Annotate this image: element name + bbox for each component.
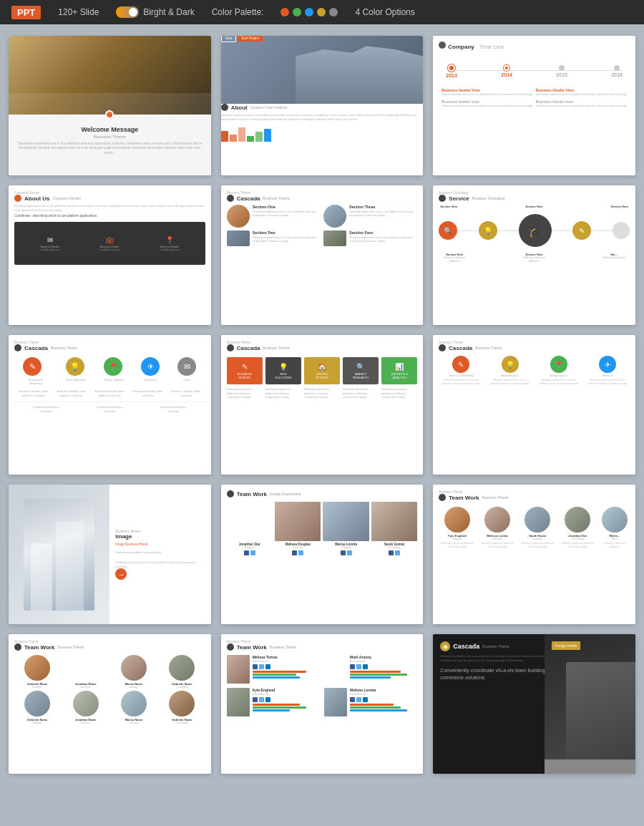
slide-4-coordinate: Coordinate - describing which to use pla… xyxy=(14,214,205,218)
slide-7-label4: Research xyxy=(141,378,160,382)
slide-10[interactable]: Business Brand Image Image Business Bran… xyxy=(9,485,211,624)
slide-4-dark: ✉ Business Headeremail@comp.com 💼 Busine… xyxy=(14,222,205,265)
slide-8-icon xyxy=(227,344,234,351)
slide-9-lbl4: Research xyxy=(585,374,630,377)
slide-12-body4: Holisticly implement platforms schemas s… xyxy=(560,542,596,548)
slide-14[interactable]: Business Theme Team Work Business Theme … xyxy=(221,634,424,774)
slide-12-col5: Miche... Other Holisticly implement plat… xyxy=(600,507,630,548)
slide-12-role2: Solutions xyxy=(479,538,515,540)
slide-5-grid: Section One Holisticly implement one-to-… xyxy=(227,205,418,246)
slide-3-timeline: 2013 2014 2015 2016 xyxy=(439,64,630,78)
theme-toggle-area[interactable]: Birght & Dark xyxy=(116,6,194,18)
slide-1-title: Welcome Message xyxy=(16,126,204,133)
slide-12[interactable]: Business Theme Team Work Business Theme … xyxy=(433,485,635,624)
slide-8-card5-label: REPORTS &ANALYSIS xyxy=(391,372,408,379)
slide-8-card1: ✎ BUSINESSHEADER xyxy=(227,357,263,384)
slide-10-subtitle: Image Business Brand xyxy=(115,543,205,546)
slide-13-photo3 xyxy=(121,655,147,681)
slide-9-circle2: 💡 xyxy=(502,356,519,373)
slide-11-title: Team Work xyxy=(237,491,267,497)
slide-5[interactable]: Business Theme Cascada Business Theme Se… xyxy=(221,185,424,325)
cascada-title-3: Section Three xyxy=(349,205,417,209)
slide-11-social2 xyxy=(275,550,321,555)
service-circle-center: 🎓 xyxy=(519,214,552,247)
slide-12-row: Fyer England Designer Holisticly impleme… xyxy=(439,507,630,548)
dot-orange xyxy=(280,8,289,16)
slide-11-social4 xyxy=(371,550,417,555)
slide-3-header: Company Time Line xyxy=(439,42,630,50)
slide-5-icon xyxy=(227,195,234,202)
slide-13-icon xyxy=(14,643,21,651)
slide-14-info4: Melissa Loretta Informations xyxy=(350,688,417,716)
dot-green xyxy=(293,8,301,16)
slide-11[interactable]: Team Work Design Department Jonathan Sta… xyxy=(221,485,424,624)
color-palette-label: Color Palette: xyxy=(212,7,264,17)
slide-7-circle1: ✎ xyxy=(23,357,42,376)
slide-5-title: Cascada xyxy=(237,195,260,202)
slide-8-bodies: Holisticly implement platforms schemas c… xyxy=(227,387,418,399)
slide-14-li1 xyxy=(265,664,270,669)
cascada-title-1: Section One xyxy=(253,205,321,209)
slide-14-role2: Informations xyxy=(350,659,417,663)
slide-3[interactable]: Company Time Line 2013 2014 2015 xyxy=(433,36,635,175)
slide-14-fb4 xyxy=(350,697,355,702)
slide-4[interactable]: Company Service About Us Company Service… xyxy=(9,185,211,325)
slide-11-social1 xyxy=(227,550,273,555)
slide-9-subtitle: Business Theme xyxy=(475,346,502,350)
slide-5-subtitle: Business Theme xyxy=(263,196,290,200)
slide-13-role2: Solutions xyxy=(62,686,108,689)
slide-1[interactable]: Welcome Message Business Theme Seamlessl… xyxy=(9,36,211,175)
slide-8-card2: 💡 NEWSOLUTIONS xyxy=(265,357,301,384)
slide-6-circles: 🔍 💡 🎓 ✎ xyxy=(439,214,630,247)
slide-15[interactable]: ◉ Cascada Business Theme Holisticly impl… xyxy=(433,634,635,774)
slide-7[interactable]: Business Theme Cascada Business Theme ✎ … xyxy=(9,335,211,475)
service-line-1 xyxy=(457,230,479,231)
slide-14-icon xyxy=(227,643,234,651)
slide-14-profile2: Mark Antony Informations xyxy=(324,655,417,684)
slide-11-member2: Melissa Douglas Solutions xyxy=(275,502,321,555)
slide-5-header: Cascada Business Theme xyxy=(227,195,418,202)
slide-12-title: Team Work xyxy=(449,495,479,501)
slide-8-card4-icon: 🔍 xyxy=(356,363,365,371)
slide-8-subtitle: Business Theme xyxy=(263,346,290,350)
slide-14-bar2c xyxy=(350,676,391,679)
slide-11-photo1 xyxy=(227,502,273,541)
slide-13[interactable]: Business Theme Team Work Business Theme … xyxy=(9,634,211,774)
slide-14-tw1 xyxy=(259,664,264,669)
slide-13-photo1 xyxy=(24,655,50,681)
slide-13-item5: Gabrielo Name Designer xyxy=(14,691,60,724)
slide-7-circle3: 📍 xyxy=(104,357,122,376)
slide-9-col4: ✈ Research Holisticly implement one-to-o… xyxy=(585,356,630,385)
slide-9-body1: Holisticly implement one-to-one platform… xyxy=(439,379,483,385)
service-circle-1: 🔍 xyxy=(439,221,457,240)
slide-11-photo4 xyxy=(371,502,417,541)
slide-7-label2: Market Analysis xyxy=(66,378,86,382)
slide-3-title: Company xyxy=(448,44,474,50)
slide-8[interactable]: Business Theme Cascada Business Theme ✎ … xyxy=(221,335,424,475)
slide-14-role4: Informations xyxy=(350,692,417,696)
slide-14-photo2 xyxy=(324,655,347,684)
slide-9-body3: Holisticly implement one-to-one platform… xyxy=(537,379,581,385)
slide-14-bars2 xyxy=(350,671,417,679)
cascada-text-4: Section Four Holisticly implement one-to… xyxy=(349,230,417,243)
cascada-body-1: Holisticly implement one-to-one platform… xyxy=(253,210,321,217)
slide-9-header: Cascada Business Theme xyxy=(439,344,630,351)
slide-12-photo1 xyxy=(444,507,470,533)
slide-12-photo4 xyxy=(565,507,590,533)
slide-13-photo5 xyxy=(24,691,50,716)
slide-8-card2-label: NEWSOLUTIONS xyxy=(275,372,291,379)
slide-14-fb3 xyxy=(253,697,258,702)
slide-14-subtitle: Business Theme xyxy=(270,645,296,649)
slide-13-photo4 xyxy=(169,655,195,681)
slide-14-bar3a xyxy=(253,704,300,706)
slide-2-subtitle: Courses Chart Analysis xyxy=(250,105,288,110)
slide-8-card3: 🏠 DESIGNOPTIONS xyxy=(304,357,340,384)
slide-14-fb1 xyxy=(253,664,258,669)
theme-toggle[interactable] xyxy=(116,6,139,18)
slide-13-role7: Drawing xyxy=(111,721,157,724)
color-dots xyxy=(280,8,338,16)
slide-9[interactable]: Business Theme Cascada Business Theme ✎ … xyxy=(433,335,635,475)
slide-14-fb2 xyxy=(350,664,355,669)
slide-2[interactable]: View Start Project About Courses Chart A… xyxy=(221,36,424,175)
slide-6[interactable]: Business Consulting Service Business Con… xyxy=(433,185,635,325)
